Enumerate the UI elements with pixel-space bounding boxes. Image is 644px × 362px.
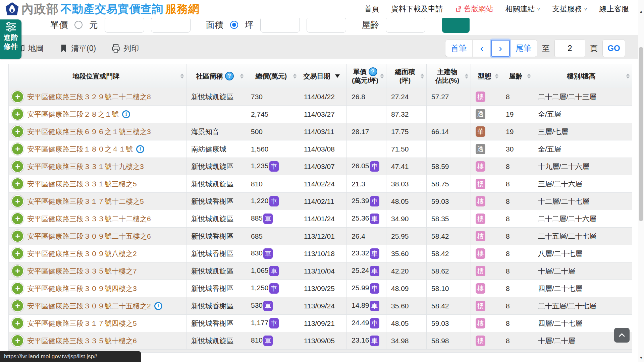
nav-item-downloads[interactable]: 資料下載及申請 [391,4,443,14]
filter-strip: 單價 元 面積 坪 屋齡 [0,18,638,35]
go-button[interactable]: GO [602,39,625,57]
site-logo[interactable]: 內政部 不動產交易實價查詢 服務網 [0,1,200,17]
last-page-button[interactable]: 尾筆 [510,40,537,57]
info-icon[interactable]: i [136,145,144,153]
help-icon[interactable]: ? [225,72,234,80]
address-link[interactable]: 安平區健康路三段１８０之４１號 [27,144,133,154]
first-page-button[interactable]: 首筆 [445,40,472,57]
back-to-top-button[interactable] [614,328,630,343]
address-link[interactable]: 安平區健康路三段３１７號十二樓之5 [27,197,144,206]
expand-plus-icon[interactable]: + [11,108,24,120]
nav-item-home[interactable]: 首頁 [365,4,379,14]
column-header-area[interactable]: 總面積(坪) [386,64,427,88]
area-max-input[interactable] [307,18,346,33]
prev-page-button[interactable]: ‹ [472,40,491,57]
address-link[interactable]: 安平區健康路三段３０９號二十五樓之2 [27,301,151,311]
price-max-input[interactable] [151,18,191,33]
nav-item-label: 舊版網站 [464,4,493,14]
expand-plus-icon[interactable]: + [11,195,24,207]
info-icon[interactable]: i [122,110,130,118]
total-price-value: 810 [251,180,263,188]
sort-icon [421,73,424,78]
nav-item-support-services[interactable]: 支援服務∨ [552,4,587,14]
community-cell: 新悅城凱旋區 [186,158,246,175]
area-unit-radio[interactable] [230,21,238,29]
column-header-type[interactable]: 型態 [471,64,501,88]
list-button[interactable]: 清單(0) [59,43,96,54]
expand-plus-icon[interactable]: + [11,247,24,260]
age-cell: 8 [501,332,533,350]
unit-price-cell: 24.49車 [347,315,386,332]
area-radio-label: 坪 [245,19,254,31]
building-type-badge: 樓 [476,301,485,311]
address-link[interactable]: 安平區健康路三段３０９號四樓之3 [27,284,137,293]
total-price-value: 810 [251,336,263,344]
age-input[interactable] [386,18,425,33]
expand-plus-icon[interactable]: + [11,160,24,173]
expand-plus-icon[interactable]: + [11,90,24,103]
column-header-ratio[interactable]: 主建物佔比(%) [427,64,471,88]
print-button[interactable]: 列印 [111,43,139,54]
column-header-age[interactable]: 屋齡 [501,64,533,88]
scrollbar-thumb[interactable] [639,47,643,221]
price-unit-radio[interactable] [74,21,83,29]
scrollbar-up-arrow[interactable]: ▲ [638,9,644,14]
column-header-community[interactable]: 社區簡稱? [186,64,246,88]
area-cell: 48.05 [386,193,427,210]
parking-badge: 車 [269,283,279,294]
area-min-input[interactable] [260,18,300,33]
address-link[interactable]: 安平區健康路三段３１７號四樓之5 [27,319,137,328]
expand-plus-icon[interactable]: + [11,282,24,295]
filter-search-button[interactable] [442,18,470,33]
age-cell: 8 [501,158,533,175]
scrollbar-down-arrow[interactable]: ▼ [638,355,644,361]
address-link[interactable]: 安平區健康路三段３２９號二十二樓之8 [27,92,151,102]
community-cell: 新悅城凱旋區 [186,262,246,280]
toolbar: 地圖 清單(0) 列印 [16,40,139,57]
address-link[interactable]: 安平區健康路三段３３５號十樓之7 [27,266,137,276]
help-icon[interactable]: ? [369,67,377,76]
expand-plus-icon[interactable]: + [11,178,24,190]
expand-plus-icon[interactable]: + [11,335,24,347]
next-page-button[interactable]: › [491,40,510,57]
floor-cell: 二十五層/二十七層 [533,297,632,315]
ratio-cell: 58.10 [427,280,471,297]
community-cell: 新悅城香榭區 [186,280,246,297]
price-min-input[interactable] [105,18,144,33]
column-header-total-price[interactable]: 總價(萬元) [246,64,299,88]
address-cell: +安平區健康路三段３０９號四樓之3 [9,280,186,297]
age-cell: 8 [501,280,533,297]
expand-plus-icon[interactable]: + [11,265,24,277]
advanced-conditions-button[interactable]: 進階 條件 [0,19,21,59]
address-link[interactable]: 安平區健康路三段３３５號十樓之6 [27,336,137,346]
address-link[interactable]: 安平區健康路三段３３１號三樓之5 [27,179,137,189]
nav-item-legacy-site[interactable]: 舊版網站 [455,4,493,14]
ratio-cell: 59.03 [427,193,471,210]
date-cell: 114/04/22 [299,88,347,106]
page-number-input[interactable] [554,40,585,57]
expand-plus-icon[interactable]: + [11,230,24,242]
unit-price-value: 23.16 [352,336,369,344]
nav-item-related-links[interactable]: 相關連結∨ [505,4,540,14]
column-header-floor[interactable]: 樓別/樓高 [533,64,632,88]
column-header-unit-price[interactable]: 單價?(萬元/坪) [347,64,386,88]
total-price-value: 1,177 [251,319,269,326]
address-cell: +安平區健康路三段２８之１號i [9,106,186,123]
nav-item-online-service[interactable]: 線上客服 [599,4,629,14]
total-price-value: 1,235 [251,162,269,170]
address-link[interactable]: 安平區健康路三段６９６之１號三樓之3 [27,127,151,136]
column-header-address[interactable]: 地段位置或門牌 [9,64,186,88]
address-link[interactable]: 安平區健康路三段３３１號十九樓之3 [27,162,144,171]
expand-plus-icon[interactable]: + [11,213,24,225]
table-row: +安平區健康路三段３０９號二十五樓之6新悅城香榭區685113/12/0126.… [9,228,632,245]
info-icon[interactable]: i [154,302,162,310]
address-link[interactable]: 安平區健康路三段２８之１號 [27,110,119,119]
expand-plus-icon[interactable]: + [11,317,24,329]
column-header-date[interactable]: 交易日期 [299,64,347,88]
address-link[interactable]: 安平區健康路三段３０９號二十五樓之6 [27,232,151,241]
address-link[interactable]: 安平區健康路三段３３３號二十二樓之6 [27,214,151,224]
expand-plus-icon[interactable]: + [11,143,24,155]
address-link[interactable]: 安平區健康路三段３０９號八樓之2 [27,249,137,258]
expand-plus-icon[interactable]: + [11,300,24,312]
expand-plus-icon[interactable]: + [11,125,24,138]
